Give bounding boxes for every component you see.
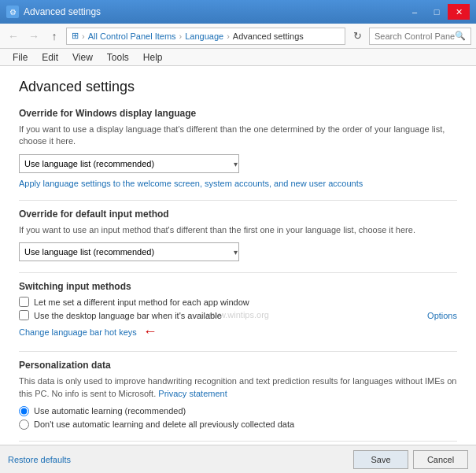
divider-1	[19, 200, 457, 201]
windows-display-desc: If you want to use a display language th…	[19, 124, 457, 148]
radio-row-2: Don't use automatic learning and delete …	[19, 419, 457, 430]
radio-row-1: Use automatic learning (recommended)	[19, 406, 457, 416]
default-input-dropdown-container: Use language list (recommended) ▾	[19, 242, 239, 261]
bottom-bar: Restore defaults Save Cancel	[0, 445, 476, 473]
default-input-desc: If you want to use an input method that'…	[19, 224, 457, 236]
content-wrapper: Advanced settings Override for Windows d…	[0, 66, 476, 473]
title-bar: ⚙ Advanced settings – □ ✕	[0, 0, 476, 24]
default-input-heading: Override for default input method	[19, 209, 457, 220]
change-hotkeys-link[interactable]: Change language bar hot keys	[19, 327, 137, 337]
section-switching-input: Switching input methods Let me set a dif…	[19, 281, 457, 340]
back-button[interactable]: ←	[5, 28, 22, 45]
windows-display-heading: Override for Windows display language	[19, 108, 457, 119]
checkbox-different-input-label: Let me set a different input method for …	[34, 297, 249, 307]
search-input[interactable]	[375, 31, 455, 41]
breadcrumb-language[interactable]: Language	[185, 31, 223, 41]
menu-bar: File Edit View Tools Help	[0, 49, 476, 66]
address-bar: ← → ↑ ⊞ › All Control Panel Items › Lang…	[0, 24, 476, 49]
breadcrumb-control-panel[interactable]: All Control Panel Items	[88, 31, 176, 41]
menu-help[interactable]: Help	[137, 50, 169, 65]
windows-display-dropdown-container: Use language list (recommended) ▾	[19, 154, 239, 173]
radio-no-learning[interactable]	[19, 419, 29, 430]
maximize-button[interactable]: □	[426, 4, 448, 20]
divider-2	[19, 272, 457, 273]
radio-automatic-learning[interactable]	[19, 406, 29, 416]
search-box: 🔍	[369, 28, 471, 45]
minimize-button[interactable]: –	[404, 4, 426, 20]
forward-button[interactable]: →	[25, 28, 42, 45]
divider-3	[19, 351, 457, 352]
breadcrumb: ⊞ › All Control Panel Items › Language ›…	[66, 28, 345, 45]
switching-input-heading: Switching input methods	[19, 281, 457, 292]
close-button[interactable]: ✕	[448, 4, 470, 20]
personalization-heading: Personalization data	[19, 360, 457, 371]
bottom-buttons: Save Cancel	[353, 450, 468, 469]
refresh-button[interactable]: ↻	[349, 28, 366, 45]
checkbox-different-input[interactable]	[19, 297, 29, 307]
cancel-button[interactable]: Cancel	[413, 450, 468, 469]
title-bar-left: ⚙ Advanced settings	[6, 6, 101, 18]
restore-defaults-link[interactable]: Restore defaults	[8, 455, 71, 464]
breadcrumb-icon[interactable]: ⊞	[72, 31, 79, 41]
apply-language-link[interactable]: Apply language settings to the welcome s…	[19, 179, 363, 188]
checkbox-row-2: Use the desktop language bar when it's a…	[19, 310, 457, 320]
radio-no-learning-label: Don't use automatic learning and delete …	[34, 419, 294, 429]
options-link[interactable]: Options	[427, 311, 457, 320]
checkbox-desktop-bar-label: Use the desktop language bar when it's a…	[34, 311, 222, 320]
window-controls: – □ ✕	[404, 4, 470, 20]
default-input-dropdown[interactable]: Use language list (recommended)	[19, 242, 239, 261]
checkbox-desktop-bar[interactable]	[19, 310, 29, 320]
section-windows-display: Override for Windows display language If…	[19, 108, 457, 189]
window-title: Advanced settings	[24, 6, 101, 17]
menu-edit[interactable]: Edit	[35, 50, 65, 65]
privacy-statement-link[interactable]: Privacy statement	[158, 389, 227, 398]
arrow-indicator-icon: ←	[143, 323, 157, 340]
menu-view[interactable]: View	[66, 50, 99, 65]
breadcrumb-current: Advanced settings	[233, 31, 304, 41]
section-default-input: Override for default input method If you…	[19, 209, 457, 261]
section-personalization: Personalization data This data is only u…	[19, 360, 457, 430]
personalization-desc: This data is only used to improve handwr…	[19, 375, 457, 400]
divider-4	[19, 441, 457, 442]
app-icon: ⚙	[6, 6, 19, 18]
main-content: Advanced settings Override for Windows d…	[0, 66, 476, 473]
radio-automatic-label: Use automatic learning (recommended)	[34, 406, 186, 416]
content-area: Advanced settings Override for Windows d…	[0, 66, 476, 445]
menu-tools[interactable]: Tools	[101, 50, 135, 65]
up-button[interactable]: ↑	[46, 28, 63, 45]
windows-display-dropdown[interactable]: Use language list (recommended)	[19, 154, 239, 173]
search-icon: 🔍	[455, 31, 466, 41]
checkbox-row-1: Let me set a different input method for …	[19, 297, 457, 307]
save-button[interactable]: Save	[353, 450, 408, 469]
menu-file[interactable]: File	[6, 50, 34, 65]
page-title: Advanced settings	[19, 79, 457, 95]
